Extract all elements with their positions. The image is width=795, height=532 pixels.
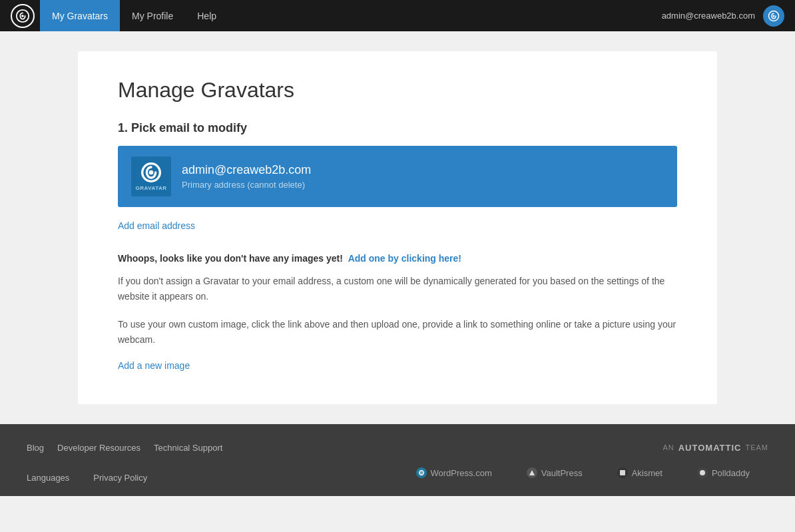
- footer-product-akismet[interactable]: Akismet: [617, 467, 662, 478]
- notice-text: Whoops, looks like you don't have any im…: [118, 251, 677, 266]
- notice-para2: To use your own custom image, click the …: [118, 317, 677, 347]
- brand-logo[interactable]: [11, 4, 35, 28]
- nav-links: My Gravatars My Profile Help: [40, 0, 662, 31]
- add-email-link[interactable]: Add email address: [118, 220, 195, 231]
- email-address: admin@creaweb2b.com: [182, 163, 311, 177]
- notice-text-before: Whoops, looks like you don't have any im…: [118, 253, 343, 264]
- notice-para1: If you don't assign a Gravatar to your e…: [118, 274, 677, 304]
- email-sub-label: Primary address (cannot delete): [182, 180, 311, 190]
- vaultpress-icon: [527, 467, 537, 478]
- footer-product-vaultpress[interactable]: VaultPress: [527, 467, 583, 478]
- akismet-label: Akismet: [632, 468, 662, 478]
- nav-right: admin@creaweb2b.com: [662, 5, 784, 27]
- footer: Blog Developer Resources Technical Suppo…: [0, 424, 795, 496]
- footer-product-wordpress[interactable]: W WordPress.com: [416, 467, 492, 478]
- polldaddy-icon: [697, 467, 708, 478]
- email-info: admin@creaweb2b.com Primary address (can…: [182, 163, 311, 190]
- svg-point-5: [149, 170, 154, 175]
- gravatar-avatar-icon: GRAVATAR: [131, 156, 171, 196]
- email-card[interactable]: GRAVATAR admin@creaweb2b.com Primary add…: [118, 146, 677, 207]
- svg-text:W: W: [419, 471, 423, 475]
- footer-tech-support-link[interactable]: Technical Support: [154, 443, 222, 453]
- footer-dev-resources-link[interactable]: Developer Resources: [57, 443, 140, 453]
- automattic-brand: AN AUTOMATTIC TEAM: [662, 443, 768, 453]
- user-email: admin@creaweb2b.com: [662, 11, 755, 21]
- automattic-name: AUTOMATTIC: [678, 443, 742, 453]
- footer-languages-link[interactable]: Languages: [27, 473, 69, 483]
- wordpress-icon: W: [416, 467, 427, 478]
- user-avatar[interactable]: [763, 5, 784, 27]
- content-card: Manage Gravatars 1. Pick email to modify…: [78, 51, 717, 404]
- footer-product-polldaddy[interactable]: Polldaddy: [697, 467, 750, 478]
- add-image-clicking-link[interactable]: Add one by clicking here!: [348, 253, 461, 264]
- akismet-icon: [617, 467, 628, 478]
- svg-marker-8: [529, 470, 535, 475]
- page-wrapper: Manage Gravatars 1. Pick email to modify…: [0, 31, 795, 424]
- footer-products-row: Languages Privacy Policy W WordPress.com: [27, 463, 768, 483]
- footer-blog-link[interactable]: Blog: [27, 443, 44, 453]
- automattic-team: TEAM: [745, 443, 768, 451]
- notice-section: Whoops, looks like you don't have any im…: [118, 251, 677, 371]
- nav-my-profile[interactable]: My Profile: [120, 0, 185, 31]
- navbar: My Gravatars My Profile Help admin@creaw…: [0, 0, 795, 31]
- svg-rect-9: [620, 470, 625, 475]
- svg-point-3: [773, 15, 775, 17]
- gravatar-icon-label: GRAVATAR: [136, 185, 167, 191]
- nav-my-gravatars[interactable]: My Gravatars: [40, 0, 120, 31]
- footer-privacy-link[interactable]: Privacy Policy: [93, 473, 147, 483]
- automattic-an: AN: [662, 443, 674, 451]
- svg-point-1: [21, 15, 24, 17]
- footer-bottom-row: Languages Privacy Policy: [27, 473, 160, 483]
- footer-links-row: Blog Developer Resources Technical Suppo…: [27, 443, 768, 453]
- polldaddy-label: Polldaddy: [712, 468, 750, 478]
- add-new-image-link[interactable]: Add a new image: [118, 360, 190, 371]
- footer-products-list: W WordPress.com VaultPress: [416, 467, 768, 478]
- wordpress-label: WordPress.com: [431, 468, 492, 478]
- step1-title: 1. Pick email to modify: [118, 121, 677, 135]
- nav-help[interactable]: Help: [185, 0, 228, 31]
- svg-point-10: [700, 470, 705, 475]
- vaultpress-label: VaultPress: [541, 468, 583, 478]
- page-title: Manage Gravatars: [118, 78, 677, 103]
